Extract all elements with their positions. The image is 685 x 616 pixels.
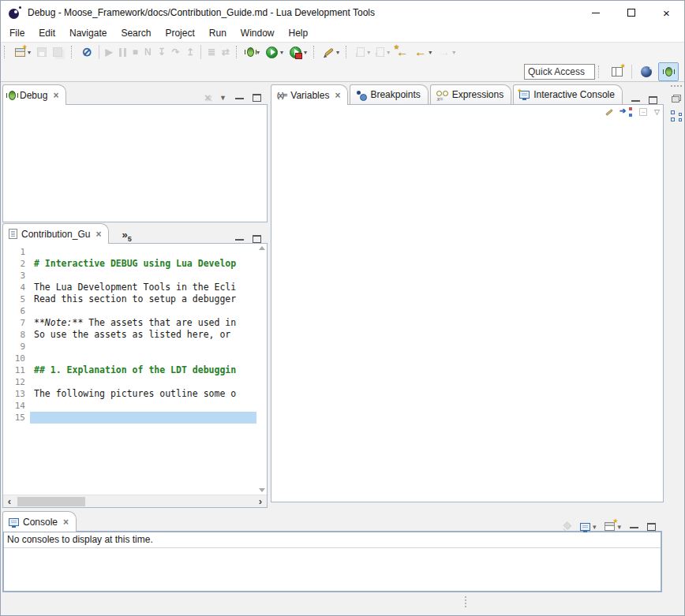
lua-perspective-button[interactable] (636, 62, 657, 81)
scroll-up-icon[interactable] (259, 246, 265, 250)
scrollbar-track[interactable] (16, 495, 254, 507)
menu-search[interactable]: Search (114, 26, 158, 40)
minimize-view-icon[interactable] (630, 527, 638, 530)
maximize-view-icon[interactable] (649, 96, 657, 104)
editor-line[interactable] (30, 376, 256, 388)
editor-line[interactable] (30, 305, 256, 317)
dropdown-icon[interactable]: ▾ (256, 49, 260, 56)
editor-line[interactable] (30, 270, 256, 282)
skip-all-breakpoints-button[interactable]: ⊘ (80, 43, 95, 61)
scrollbar-thumb[interactable] (17, 497, 85, 506)
debug-perspective-button[interactable] (658, 62, 679, 81)
maximize-view-icon[interactable] (253, 235, 261, 243)
editor-line[interactable]: So use the assets as listed here, or (30, 329, 256, 341)
show-luadoc-pen-icon[interactable] (605, 109, 613, 116)
debug-button[interactable]: ▾ (245, 43, 262, 61)
dropdown-icon[interactable]: ▾ (280, 49, 283, 56)
add-watch-expression-icon[interactable] (620, 107, 632, 117)
menu-navigate[interactable]: Navigate (62, 26, 114, 40)
run-external-tools-button[interactable]: ▾ (287, 43, 309, 61)
dropdown-icon[interactable]: ▾ (304, 49, 307, 56)
menu-file[interactable]: File (2, 26, 32, 40)
run-button[interactable]: ▾ (264, 43, 286, 61)
editor-line[interactable]: # Interactive DEBUG using Lua Develop (30, 258, 256, 270)
open-task-button[interactable]: ▾ (322, 43, 342, 61)
editor-line[interactable]: ## 1. Explanation of the LDT debuggin (30, 364, 256, 376)
outline-view-icon[interactable] (671, 110, 682, 121)
dropdown-icon[interactable]: ▾ (387, 49, 390, 56)
minimize-view-icon[interactable] (235, 239, 244, 242)
dropdown-icon[interactable]: ▾ (28, 49, 31, 56)
tab-variables[interactable]: (x)= Variables × (271, 84, 348, 105)
menu-edit[interactable]: Edit (32, 26, 62, 40)
tab-debug[interactable]: Debug × (2, 84, 66, 105)
menu-help[interactable]: Help (282, 26, 316, 40)
tab-close-icon[interactable]: × (95, 229, 101, 240)
editor-line[interactable] (30, 246, 256, 258)
dropdown-icon[interactable]: ▾ (367, 49, 370, 56)
variables-view-content[interactable]: − ▽ (271, 104, 664, 502)
hidden-editors-indicator[interactable]: » 5 (122, 230, 131, 243)
trim-drag-handle[interactable] (671, 85, 682, 87)
new-wizard-button[interactable]: ▾ (13, 43, 33, 61)
minimize-view-icon[interactable] (235, 98, 244, 101)
window-close-button[interactable]: × (649, 1, 684, 24)
editor-line[interactable] (30, 400, 256, 412)
editor-line[interactable]: **Note:** The assets that are used in (30, 317, 256, 329)
line-number-ruler[interactable]: 123456789101112131415 (3, 244, 30, 495)
editor-line[interactable] (30, 341, 256, 353)
editor-line[interactable]: Read this section to setup a debugger (30, 293, 256, 305)
back-button[interactable]: ←▾ (412, 43, 434, 61)
minimize-view-icon[interactable] (631, 100, 640, 103)
vertical-scrollbar[interactable] (256, 244, 267, 495)
tab-close-icon[interactable]: × (335, 90, 340, 101)
quick-access-input[interactable] (524, 64, 595, 80)
open-perspective-button[interactable] (607, 62, 627, 81)
line-number: 15 (3, 412, 25, 424)
tab-console[interactable]: Console × (2, 511, 77, 532)
remove-all-terminated-icon[interactable]: × (204, 91, 211, 104)
horizontal-scrollbar[interactable]: ‹ › (3, 495, 267, 507)
menu-project[interactable]: Project (158, 26, 201, 40)
scroll-left-icon[interactable]: ‹ (3, 496, 16, 507)
previous-annotation-button: ▾ (374, 43, 392, 61)
toolbar-separator (313, 46, 319, 58)
minimized-view-trim (667, 82, 685, 508)
last-edit-location-button[interactable]: ← (394, 43, 410, 61)
restore-view-icon[interactable] (672, 95, 681, 103)
debug-view-content[interactable] (2, 104, 268, 222)
status-drag-handle[interactable] (465, 596, 466, 607)
view-menu-icon[interactable]: ▼ (219, 94, 226, 102)
menu-run[interactable]: Run (202, 26, 234, 40)
menu-window[interactable]: Window (234, 26, 282, 40)
view-menu-icon[interactable]: ▽ (654, 108, 660, 116)
editor-line[interactable]: The Lua Development Tools in the Ecli (30, 282, 256, 293)
maximize-view-icon[interactable] (253, 94, 261, 102)
collapse-all-icon[interactable]: − (639, 108, 647, 116)
tab-interactive-console[interactable]: ★ Interactive Console (513, 84, 623, 104)
scroll-right-icon[interactable]: › (254, 496, 267, 507)
pin-console-icon[interactable] (563, 522, 571, 531)
tab-breakpoints[interactable]: Breakpoints (350, 84, 428, 104)
variables-icon: (x)= (277, 91, 286, 99)
window-maximize-button[interactable] (613, 1, 649, 24)
editor-line[interactable] (30, 412, 256, 424)
dropdown-icon[interactable]: ▾ (593, 523, 597, 531)
code-area[interactable]: # Interactive DEBUG using Lua Develop Th… (30, 244, 256, 495)
dropdown-icon[interactable]: ▾ (429, 49, 432, 56)
dropdown-icon[interactable]: ▾ (452, 49, 455, 56)
open-console-icon[interactable] (605, 522, 615, 531)
scroll-down-icon[interactable] (259, 488, 265, 492)
maximize-view-icon[interactable] (647, 523, 656, 531)
step-into-button: ↧ (155, 43, 168, 61)
editor-line[interactable]: The following pictures outline some o (30, 388, 256, 400)
window-minimize-button[interactable] (578, 1, 613, 24)
previous-annotation-icon (376, 47, 384, 57)
tab-close-icon[interactable]: × (53, 90, 58, 101)
tab-expressions[interactable]: x= Expressions (430, 84, 511, 104)
editor-line[interactable] (30, 353, 256, 364)
tab-contribution-guide[interactable]: Contribution_Gu × (2, 223, 109, 244)
tab-close-icon[interactable]: × (63, 517, 69, 528)
dropdown-icon[interactable]: ▾ (336, 49, 339, 56)
display-selected-console-icon[interactable] (580, 523, 590, 531)
